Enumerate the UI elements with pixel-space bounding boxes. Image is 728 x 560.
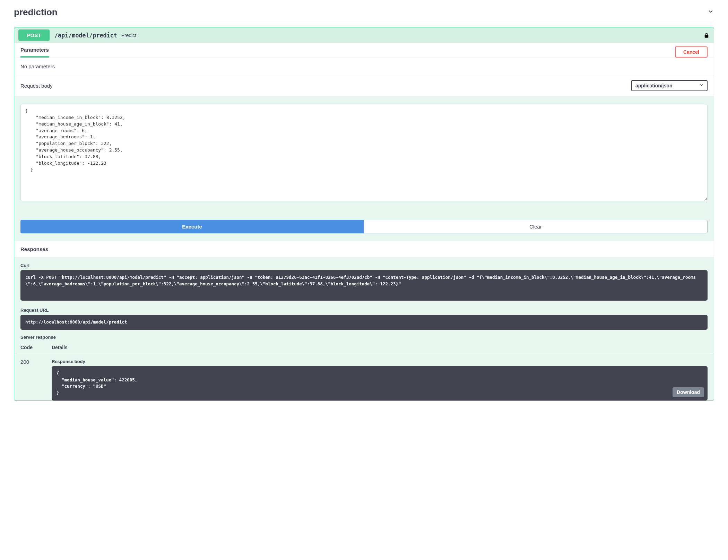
response-table-head: Code Details (14, 342, 714, 353)
col-details-header: Details (52, 345, 708, 350)
request-body-bar: Request body application/json (14, 75, 714, 96)
response-details: Response body { "median_house_value": 42… (52, 359, 708, 400)
lock-icon[interactable] (703, 32, 710, 38)
content-type-select[interactable]: application/json (631, 80, 708, 91)
request-url-value[interactable]: http://localhost:8000/api/model/predict (20, 315, 708, 330)
opblock-post: POST /api/model/predict Predict Paramete… (14, 27, 714, 401)
col-code-header: Code (20, 345, 52, 350)
action-button-row: Execute Clear (14, 206, 714, 241)
no-parameters-text: No parameters (14, 58, 714, 75)
content-type-select-wrap: application/json (631, 80, 708, 91)
response-body-label: Response body (52, 359, 708, 364)
response-row: 200 Response body { "median_house_value"… (14, 353, 714, 400)
request-body-label: Request body (20, 83, 53, 89)
parameters-tab[interactable]: Parameters (20, 47, 49, 58)
parameters-bar: Parameters Cancel (14, 43, 714, 58)
responses-header: Responses (14, 241, 714, 257)
method-badge: POST (18, 29, 50, 41)
response-body-value[interactable]: { "median_house_value": 422005, "currenc… (52, 366, 708, 400)
endpoint-path: /api/model/predict (54, 32, 117, 39)
cancel-button[interactable]: Cancel (675, 46, 708, 58)
curl-section: Curl curl -X POST "http://localhost:8000… (14, 257, 714, 302)
request-url-section: Request URL http://localhost:8000/api/mo… (14, 302, 714, 331)
response-code: 200 (20, 359, 52, 400)
response-body-block: { "median_house_value": 422005, "currenc… (52, 366, 708, 400)
tag-name: prediction (14, 7, 58, 18)
execute-button[interactable]: Execute (20, 220, 364, 233)
server-response-label: Server response (14, 331, 714, 342)
endpoint-summary: Predict (121, 33, 137, 38)
opblock-summary[interactable]: POST /api/model/predict Predict (14, 27, 714, 43)
curl-command[interactable]: curl -X POST "http://localhost:8000/api/… (20, 270, 708, 301)
download-button[interactable]: Download (673, 387, 704, 397)
tag-header[interactable]: prediction (14, 3, 714, 22)
request-body-editor[interactable] (20, 104, 708, 201)
curl-label: Curl (20, 263, 708, 268)
clear-button[interactable]: Clear (364, 220, 708, 233)
request-body-editor-wrap (14, 96, 714, 206)
chevron-down-icon[interactable] (707, 8, 714, 17)
request-url-label: Request URL (20, 308, 708, 313)
